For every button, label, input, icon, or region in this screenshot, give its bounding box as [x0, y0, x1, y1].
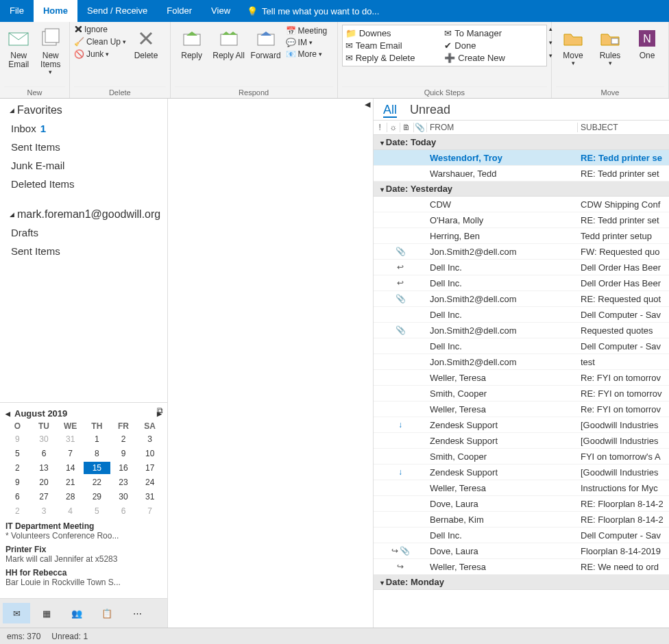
cal-day[interactable]: 2: [4, 505, 31, 517]
favorites-header[interactable]: ◢Favorites: [0, 99, 167, 119]
cal-day[interactable]: 2: [4, 462, 31, 474]
qs-create-new[interactable]: ➕ Create New: [444, 53, 537, 63]
message-row[interactable]: Warshauer, TeddRE: Tedd printer set: [374, 166, 669, 182]
message-row[interactable]: ↓Zendesk Support[Goodwill Industries: [374, 417, 669, 433]
message-group-header[interactable]: Date: Today: [374, 135, 669, 150]
cal-day[interactable]: 6: [110, 505, 137, 517]
cal-day[interactable]: 9: [4, 433, 31, 445]
onenote-button[interactable]: N One: [630, 25, 664, 60]
message-row[interactable]: Jon.Smith2@dell.comtest: [374, 354, 669, 370]
agenda-event[interactable]: Printer FixMark will call Jennifer at x5…: [5, 545, 162, 564]
message-row[interactable]: ↪📎Dove, LauraFloorplan 8-14-2019: [374, 543, 669, 559]
agenda-event[interactable]: HH for RebeccaBar Louie in Rockville Tow…: [5, 568, 162, 587]
cal-day[interactable]: 24: [136, 476, 163, 488]
cal-day[interactable]: 27: [31, 491, 58, 503]
new-items-button[interactable]: New Items▾: [36, 25, 66, 76]
message-row[interactable]: Zendesk Support[Goodwill Industries: [374, 433, 669, 449]
new-email-button[interactable]: New Email: [4, 25, 34, 69]
more-button[interactable]: 📧 More ▾: [286, 49, 328, 59]
ignore-button[interactable]: 🗙 Ignore: [74, 25, 126, 34]
message-group-header[interactable]: Date: Yesterday: [374, 182, 669, 197]
message-row[interactable]: 📎Jon.Smith2@dell.comRE: Requested quot: [374, 291, 669, 307]
qs-to-manager[interactable]: ✉ To Manager: [444, 28, 537, 38]
tell-me-search[interactable]: 💡 Tell me what you want to do...: [240, 6, 379, 16]
cal-day[interactable]: 29: [84, 491, 110, 503]
rules-button[interactable]: Rules▾: [593, 25, 627, 67]
col-icon[interactable]: 🗎: [400, 123, 414, 132]
cal-day[interactable]: 1: [84, 433, 110, 445]
message-row[interactable]: CDWCDW Shipping Conf: [374, 197, 669, 212]
cal-day[interactable]: 17: [136, 462, 163, 474]
message-row[interactable]: O'Hara, MollyRE: Tedd printer set: [374, 212, 669, 228]
message-row[interactable]: ↪Weller, TeresaRE: We need to ord: [374, 559, 669, 575]
cal-day[interactable]: 14: [57, 462, 84, 474]
nav-sent2[interactable]: Sent Items: [0, 242, 167, 260]
tab-view[interactable]: View: [202, 0, 240, 22]
agenda-event[interactable]: IT Department Meeting* Volunteers Confer…: [5, 521, 162, 541]
cal-day[interactable]: 7: [57, 447, 84, 460]
message-row[interactable]: Weller, TeresaInstructions for Myc: [374, 480, 669, 496]
col-attach-icon[interactable]: 📎: [414, 123, 428, 132]
cal-day[interactable]: 2: [110, 433, 137, 445]
nav-drafts[interactable]: Drafts: [0, 223, 167, 242]
delete-button[interactable]: Delete: [129, 25, 163, 60]
cal-day[interactable]: 5: [84, 505, 110, 517]
im-button[interactable]: 💬 IM ▾: [286, 38, 328, 47]
reply-all-button[interactable]: Reply All: [212, 25, 246, 60]
popout-icon[interactable]: ⧉: [157, 406, 163, 415]
tab-file[interactable]: File: [0, 0, 34, 22]
cal-day[interactable]: 16: [110, 462, 137, 474]
qs-down-icon[interactable]: ▾: [547, 39, 555, 53]
col-reminder-icon[interactable]: ☼: [387, 123, 401, 132]
cal-day[interactable]: 6: [31, 447, 58, 460]
nav-junk[interactable]: Junk E-mail: [0, 156, 167, 175]
mail-icon[interactable]: ✉: [3, 603, 30, 623]
qs-downes[interactable]: 📁 Downes: [345, 28, 438, 38]
tab-folder[interactable]: Folder: [157, 0, 202, 22]
cal-day[interactable]: 7: [136, 505, 163, 517]
cal-day[interactable]: 6: [4, 491, 31, 503]
qs-reply-delete[interactable]: ✉ Reply & Delete: [345, 53, 438, 63]
message-row[interactable]: Dove, LauraRE: Floorplan 8-14-2: [374, 496, 669, 512]
cal-day[interactable]: 8: [84, 447, 110, 460]
cal-day[interactable]: 31: [57, 433, 84, 445]
message-row[interactable]: Weller, TeresaRe: FYI on tomorrov: [374, 401, 669, 417]
cal-day[interactable]: 30: [110, 491, 137, 503]
reply-button[interactable]: Reply: [175, 25, 209, 60]
col-from[interactable]: FROM: [427, 123, 578, 132]
cal-day[interactable]: 9: [110, 447, 137, 460]
cal-day[interactable]: 10: [136, 447, 163, 460]
cleanup-button[interactable]: 🧹 Clean Up ▾: [74, 37, 126, 47]
qs-up-icon[interactable]: ▴: [547, 25, 555, 39]
message-row[interactable]: Westendorf, TroyRE: Tedd printer se: [374, 150, 669, 166]
cal-prev-icon[interactable]: ◀: [5, 410, 10, 417]
filter-all[interactable]: All: [383, 103, 397, 118]
cal-day[interactable]: 23: [110, 476, 137, 488]
tasks-icon[interactable]: 📋: [93, 603, 121, 623]
message-row[interactable]: Weller, TeresaRe: FYI on tomorrov: [374, 370, 669, 386]
meeting-button[interactable]: 📅 Meeting: [286, 26, 328, 36]
cal-day[interactable]: 3: [136, 433, 163, 445]
collapse-arrow-icon[interactable]: ◀: [365, 100, 370, 109]
message-row[interactable]: Smith, CooperRE: FYI on tomorrov: [374, 386, 669, 401]
qs-more-icon[interactable]: ▾: [547, 52, 555, 66]
col-subject[interactable]: SUBJECT: [578, 123, 669, 132]
nav-deleted[interactable]: Deleted Items: [0, 175, 167, 193]
cal-day[interactable]: 13: [31, 462, 58, 474]
cal-day[interactable]: 22: [84, 476, 110, 488]
cal-day[interactable]: 15: [84, 462, 110, 474]
move-button[interactable]: Move▾: [556, 25, 590, 67]
filter-unread[interactable]: Unread: [410, 103, 450, 116]
cal-day[interactable]: 30: [31, 433, 58, 445]
calendar-icon[interactable]: ▦: [33, 603, 60, 623]
cal-day[interactable]: 21: [57, 476, 84, 488]
cal-day[interactable]: 4: [57, 505, 84, 517]
cal-day[interactable]: 20: [31, 476, 58, 488]
cal-day[interactable]: 28: [57, 491, 84, 503]
account-header[interactable]: ◢mark.foreman1@goodwill.org: [0, 203, 167, 223]
more-nav-icon[interactable]: ⋯: [123, 603, 151, 623]
message-group-header[interactable]: Date: Monday: [374, 575, 669, 590]
message-row[interactable]: Smith, CooperFYI on tomorrow's A: [374, 449, 669, 465]
message-row[interactable]: Herring, BenTedd printer setup: [374, 228, 669, 244]
cal-day[interactable]: 9: [4, 476, 31, 488]
